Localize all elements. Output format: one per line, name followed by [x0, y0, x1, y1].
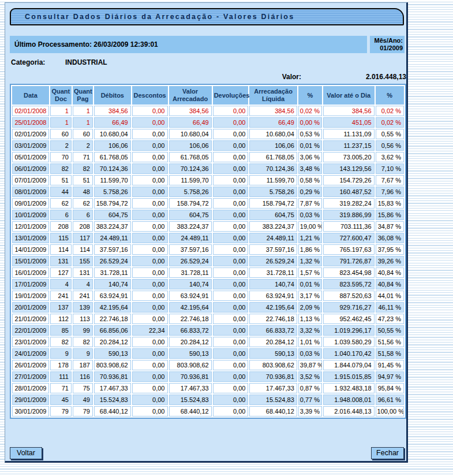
table-cell: 791.726,87: [323, 256, 375, 266]
table-cell: 765.197,63: [323, 244, 375, 255]
table-cell: 604,75: [169, 210, 212, 220]
table-cell: 48: [73, 187, 93, 197]
table-cell: 823.454,98: [323, 267, 375, 278]
table-cell: 44: [50, 187, 72, 197]
table-cell: 127: [50, 267, 72, 278]
table-cell: 63.924,91: [94, 291, 131, 301]
table-cell: 22.746,18: [94, 314, 131, 324]
table-row: 14/01/200911411437.597,160,0037.597,160,…: [12, 244, 404, 255]
fechar-button[interactable]: Fechar: [371, 447, 404, 459]
table-row: 02/01/200811384,560,00384,560,00384,560,…: [12, 106, 404, 116]
table-cell: 70.936,81: [94, 371, 131, 382]
table-row: 06/01/2009828270.124,360,0070.124,360,00…: [12, 163, 404, 174]
table-cell: 95,84 %: [376, 383, 404, 393]
table-cell: 37.597,16: [249, 244, 297, 255]
table-cell: 158.794,72: [169, 198, 212, 209]
table-cell: 0,00: [213, 360, 249, 370]
table-cell: 0,87 %: [298, 383, 322, 393]
table-cell: 15,86 %: [376, 210, 404, 220]
table-cell: 383.224,37: [94, 221, 131, 232]
table-cell: 383.224,37: [169, 221, 212, 232]
table-cell: 20/01/2009: [12, 302, 49, 313]
col-header-quant-doc: Quant Doc: [50, 86, 72, 105]
table-row: 09/01/20096262158.794,720,00158.794,720,…: [12, 198, 404, 209]
table-cell: 7,10 %: [376, 163, 404, 174]
table-cell: 21/01/2009: [12, 314, 49, 324]
table-cell: 160.487,52: [323, 187, 375, 197]
table-cell: 0,00: [132, 302, 168, 313]
table-cell: 100,00 %: [376, 406, 404, 416]
table-cell: 1.915.015,85: [323, 371, 375, 382]
table-cell: 63.924,91: [169, 291, 212, 301]
table-cell: 02/01/2008: [12, 106, 49, 116]
table-cell: 241: [50, 291, 72, 301]
table-cell: 12/01/2009: [12, 221, 49, 232]
table-cell: 106,06: [249, 140, 297, 151]
table-cell: 0,00: [132, 198, 168, 209]
table-cell: 0,00: [213, 117, 249, 128]
table-cell: 3,17 %: [298, 291, 322, 301]
table-cell: 42.195,64: [169, 302, 212, 313]
table-row: 17/01/200944140,740,00140,740,00140,740,…: [12, 279, 404, 289]
table-cell: 27/01/2009: [12, 371, 49, 382]
table-cell: 70.124,36: [249, 163, 297, 174]
table-cell: 0,00: [132, 210, 168, 220]
col-header-arrecadacao-liquida: Arrecadação Líquida: [249, 86, 297, 105]
table-cell: 0,00: [213, 233, 249, 243]
table-row: 05/01/2009707161.768,050,0061.768,050,00…: [12, 152, 404, 162]
table-cell: 13/01/2009: [12, 233, 49, 243]
table-cell: 68.440,12: [94, 406, 131, 416]
table-cell: 19,00 %: [298, 221, 322, 232]
table-cell: 20.284,12: [249, 337, 297, 347]
table-cell: 0,00: [132, 337, 168, 347]
table-cell: 2: [73, 140, 93, 151]
table-cell: 0,00: [213, 210, 249, 220]
col-header-descontos: Descontos: [132, 86, 168, 105]
table-cell: 0,56 %: [376, 140, 404, 151]
table-cell: 20.284,12: [94, 337, 131, 347]
table-row: 13/01/200911511724.489,110,0024.489,110,…: [12, 233, 404, 243]
table-cell: 0,00: [132, 221, 168, 232]
table-cell: 604,75: [249, 210, 297, 220]
table-cell: 1.932.483,18: [323, 383, 375, 393]
table-cell: 0,00: [132, 406, 168, 416]
table-cell: 2,09 %: [298, 302, 322, 313]
table-row: 26/01/2009178187803.908,620,00803.908,62…: [12, 360, 404, 370]
table-cell: 0,02 %: [376, 117, 404, 128]
table-cell: 2.016.448,13: [323, 406, 375, 416]
table-cell: 22.746,18: [169, 314, 212, 324]
table-cell: 0,29 %: [298, 187, 322, 197]
table-cell: 3,06 %: [298, 152, 322, 162]
table-cell: 82: [73, 163, 93, 174]
voltar-button[interactable]: Voltar: [10, 447, 42, 459]
table-cell: 319.282,24: [323, 198, 375, 209]
table-cell: 106,06: [94, 140, 131, 151]
table-cell: 61.768,05: [169, 152, 212, 162]
table-cell: 85: [50, 325, 72, 336]
table-cell: 31.728,11: [94, 267, 131, 278]
table-cell: 24.489,11: [249, 233, 297, 243]
table-cell: 0,00: [213, 187, 249, 197]
table-cell: 0,00: [132, 175, 168, 185]
table-cell: 140,74: [94, 279, 131, 289]
table-cell: 0,00: [213, 221, 249, 232]
table-cell: 158.794,72: [249, 198, 297, 209]
table-cell: 5.758,26: [169, 187, 212, 197]
table-cell: 384,56: [169, 106, 212, 116]
table-cell: 0,00: [132, 106, 168, 116]
table-cell: 42.195,64: [249, 302, 297, 313]
table-cell: 113: [73, 314, 93, 324]
table-cell: 155: [73, 256, 93, 266]
table-cell: 96,61 %: [376, 395, 404, 405]
table-cell: 0,02 %: [376, 106, 404, 116]
table-cell: 49: [73, 395, 93, 405]
table-row: 28/01/2009717517.467,330,0017.467,330,00…: [12, 383, 404, 393]
table-row: 29/01/2009454915.524,830,0015.524,830,00…: [12, 395, 404, 405]
table-cell: 10.680,04: [249, 129, 297, 139]
table-row: 02/01/2009606010.680,040,0010.680,040,00…: [12, 129, 404, 139]
table-cell: 590,13: [94, 348, 131, 359]
table-cell: 0,53 %: [298, 129, 322, 139]
table-cell: 37,95 %: [376, 244, 404, 255]
table-cell: 0,00: [213, 198, 249, 209]
table-cell: 0,00: [213, 129, 249, 139]
